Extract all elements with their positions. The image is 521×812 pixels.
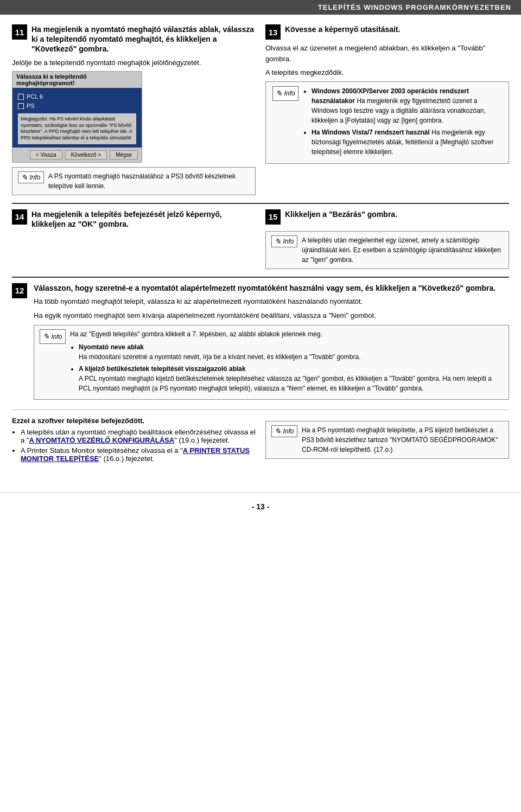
step13-bullet-1: Windows 2000/XP/Server 2003 operációs re… bbox=[312, 86, 502, 125]
step15-title: Klikkeljen a "Bezárás" gombra. bbox=[285, 209, 397, 219]
top-row: 11 Ha megjelenik a nyomtató meghajtó vál… bbox=[12, 24, 509, 195]
step12-sub-bullet-2: A kijelző betűkészletek telepítését viss… bbox=[79, 364, 503, 393]
step15-info-box: ✎ Info A telepítés után megjelenhet egy … bbox=[265, 231, 509, 269]
step12-info-icon: ✎ Info bbox=[40, 329, 66, 344]
step13-bullets: Windows 2000/XP/Server 2003 operációs re… bbox=[303, 86, 502, 159]
pencil-icon-13: ✎ bbox=[276, 88, 282, 99]
step11-info-icon: ✎ Info bbox=[18, 171, 44, 183]
screenshot-note: Megjegyzés: Ha PS névért kíván alapitata… bbox=[18, 113, 136, 144]
radio-row-2: ○ PS bbox=[18, 103, 136, 109]
radio-row-1: ○ PCL 6 bbox=[18, 93, 136, 100]
step14-block: 14 Ha megjelenik a telepítés befejezését… bbox=[12, 209, 256, 269]
radio2-icon: ○ bbox=[18, 103, 24, 109]
step11-screenshot: Válassza ki a telepítendő meghajtóprogra… bbox=[12, 71, 142, 163]
bottom-info-icon: ✎ Info bbox=[271, 425, 297, 437]
step11-header: 11 Ha megjelenik a nyomtató meghajtó vál… bbox=[12, 24, 256, 54]
header-title: TELEPÍTÉS WINDOWS PROGRAMKÖRNYEZETBEN bbox=[318, 3, 511, 11]
radio1-label: PCL 6 bbox=[27, 93, 43, 100]
page-header: TELEPÍTÉS WINDOWS PROGRAMKÖRNYEZETBEN bbox=[0, 0, 521, 15]
step13-body2: A telepítés megkezdődik. bbox=[265, 67, 509, 78]
step13-header: 13 Kövesse a képernyő utasításait. bbox=[265, 24, 509, 40]
screenshot-btn-back[interactable]: < Vissza bbox=[30, 150, 62, 159]
bottom-bullet-2: A Printer Status Monitor telepítéséhez o… bbox=[21, 446, 256, 463]
bottom-bullet2-before: A Printer Status Monitor telepítéséhez o… bbox=[21, 446, 183, 455]
step11-info-box: ✎ Info A PS nyomtató meghajtó használatá… bbox=[12, 167, 256, 195]
pencil-icon-bottom: ✎ bbox=[275, 427, 281, 436]
step15-block: 15 Klikkeljen a "Bezárás" gombra. ✎ Info… bbox=[265, 209, 509, 269]
bottom-bullets: A telepítés után a nyomtató meghajtó beá… bbox=[12, 428, 256, 463]
step12-badge: 12 bbox=[12, 283, 27, 298]
step13-info-box: ✎ Info Windows 2000/XP/Server 2003 operá… bbox=[265, 81, 509, 164]
step13-body1: Olvassa el az üzenetet a megjelenő ablak… bbox=[265, 43, 509, 64]
step12-content: Válasszon, hogy szeretné-e a nyomtatót a… bbox=[34, 283, 509, 400]
step12-body1: Ha több nyomtató meghajtót telepít, vála… bbox=[34, 296, 509, 307]
step12-sub-bullet-1: Nyomtató neve ablak Ha módosítani szeret… bbox=[79, 342, 503, 362]
step11-body: Jelölje be a telepítendő nyomtató meghaj… bbox=[12, 57, 256, 68]
step14-badge: 14 bbox=[12, 209, 27, 225]
bottom-right: ✎ Info Ha a PS nyomtató meghajtót telepí… bbox=[265, 417, 509, 465]
step13-badge: 13 bbox=[265, 24, 281, 40]
step15-info-icon: ✎ Info bbox=[271, 235, 297, 247]
bottom-bullet2-after: " (16.o.) fejezetet. bbox=[99, 455, 154, 463]
step12-info-row: ✎ Info Ha az "Egyedi telepítés" gombra k… bbox=[40, 329, 503, 395]
step11-badge: 11 bbox=[12, 24, 27, 40]
step13-bullet-2: Ha Windows Vista/7 rendszert használ Ha … bbox=[312, 127, 502, 157]
step12-bullet1-text: Ha módosítani szeretné a nyomtató nevét,… bbox=[79, 353, 360, 361]
step12-title: Válasszon, hogy szeretné-e a nyomtatót a… bbox=[34, 283, 509, 293]
bottom-info-box: ✎ Info Ha a PS nyomtató meghajtót telepí… bbox=[265, 421, 509, 459]
radio1-icon: ○ bbox=[18, 94, 24, 100]
step15-info-text: A telepítés után megjelenhet egy üzenet,… bbox=[302, 235, 503, 265]
step13-title: Kövesse a képernyő utasításait. bbox=[285, 24, 400, 34]
step12-bullet2-text: A PCL nyomtató meghajtó kijelző betűkész… bbox=[79, 375, 492, 392]
step12-info-intro: Ha az "Egyedi telepítés" gombra klikkelt… bbox=[70, 329, 503, 339]
step15-badge: 15 bbox=[265, 209, 281, 225]
step13-bullet2-bold: Ha Windows Vista/7 rendszert használ bbox=[312, 129, 430, 136]
main-content: 11 Ha megjelenik a nyomtató meghajtó vál… bbox=[0, 15, 521, 481]
step11-info-text: A PS nyomtató meghajtó használatához a P… bbox=[48, 171, 250, 191]
pencil-icon-12: ✎ bbox=[43, 331, 49, 342]
screenshot-btn-next[interactable]: Következő > bbox=[65, 150, 107, 159]
pencil-icon: ✎ bbox=[21, 173, 28, 182]
step12-row: 12 Válasszon, hogy szeretné-e a nyomtató… bbox=[12, 283, 509, 400]
screenshot-body: ○ PCL 6 ○ PS Megjegyzés: Ha PS névért kí… bbox=[12, 88, 142, 148]
step12-body2: Ha egyik nyomtató meghajtót sem kívánja … bbox=[34, 310, 509, 321]
step12-block: 12 Válasszon, hogy szeretné-e a nyomtató… bbox=[12, 277, 509, 400]
step12-sub-bullets: Nyomtató neve ablak Ha módosítani szeret… bbox=[70, 342, 503, 393]
bottom-section: Ezzel a szoftver telepítése befejeződött… bbox=[12, 410, 509, 465]
bottom-bullet1-after: " (19.o.) fejezetet. bbox=[174, 436, 230, 444]
info-label: Info bbox=[29, 174, 40, 181]
page-footer: - 13 - bbox=[0, 492, 521, 516]
pencil-icon-15: ✎ bbox=[275, 237, 281, 246]
step12-bullet1-title: Nyomtató neve ablak bbox=[79, 343, 144, 351]
step13-info-row: ✎ Info Windows 2000/XP/Server 2003 operá… bbox=[272, 86, 502, 159]
step15-header: 15 Klikkeljen a "Bezárás" gombra. bbox=[265, 209, 509, 225]
step14-title: Ha megjelenik a telepítés befejezését je… bbox=[31, 209, 256, 229]
screenshot-buttons: < Vissza Következő > Mégse bbox=[12, 148, 142, 162]
bottom-info-text: Ha a PS nyomtató meghajtót telepítette, … bbox=[302, 425, 503, 455]
bottom-left: Ezzel a szoftver telepítése befejeződött… bbox=[12, 417, 256, 465]
bottom-title: Ezzel a szoftver telepítése befejeződött… bbox=[12, 417, 256, 425]
radio2-label: PS bbox=[27, 103, 35, 109]
step14-header: 14 Ha megjelenik a telepítés befejezését… bbox=[12, 209, 256, 229]
step12-bullet2-title: A kijelző betűkészletek telepítését viss… bbox=[79, 365, 246, 373]
bottom-bullet1-link: A NYOMTATÓ VEZÉRLŐ KONFIGURÁLÁSA bbox=[29, 436, 174, 444]
page-number: - 13 - bbox=[252, 502, 270, 511]
step12-info-box: ✎ Info Ha az "Egyedi telepítés" gombra k… bbox=[34, 325, 509, 400]
step11-block: 11 Ha megjelenik a nyomtató meghajtó vál… bbox=[12, 24, 256, 195]
step12-info-content: Ha az "Egyedi telepítés" gombra klikkelt… bbox=[70, 329, 503, 395]
bottom-bullet-1: A telepítés után a nyomtató meghajtó beá… bbox=[21, 428, 256, 444]
middle-row: 14 Ha megjelenik a telepítés befejezését… bbox=[12, 203, 509, 269]
step13-info-icon: ✎ Info bbox=[272, 86, 298, 101]
step13-block: 13 Kövesse a képernyő utasításait. Olvas… bbox=[265, 24, 509, 195]
screenshot-btn-cancel[interactable]: Mégse bbox=[110, 150, 138, 159]
step11-title: Ha megjelenik a nyomtató meghajtó válasz… bbox=[31, 24, 256, 54]
screenshot-titlebar: Válassza ki a telepítendő meghajtóprogra… bbox=[12, 72, 142, 88]
